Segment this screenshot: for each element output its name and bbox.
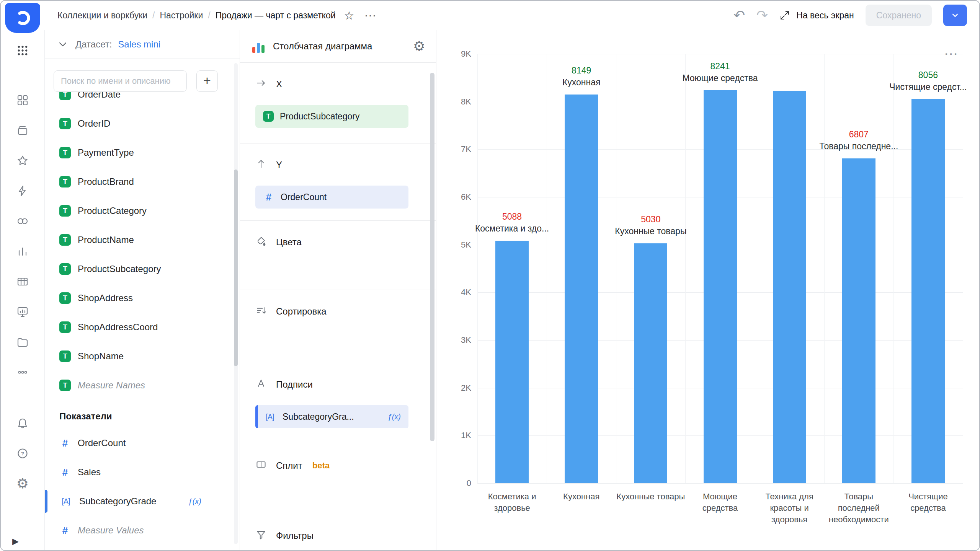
field-row[interactable]: TShopName — [45, 342, 240, 371]
selected-indicator — [45, 490, 47, 513]
field-name: Measure Names — [78, 380, 145, 391]
dataset-name-link[interactable]: Sales mini — [118, 39, 160, 50]
dimension-type-icon: T — [59, 147, 71, 158]
y-axis-tick: 8K — [461, 97, 471, 107]
rail-icon-widgets[interactable] — [1, 85, 44, 115]
bucket-icon — [255, 235, 267, 249]
dataset-header[interactable]: Датасет: Sales mini — [45, 30, 240, 59]
field-row[interactable]: [A]SubcategoryGradeƒ(x) — [45, 487, 240, 516]
field-row[interactable]: TShopAddress — [45, 284, 240, 313]
breadcrumb-item[interactable]: Продажи — чарт с разметкой — [216, 10, 336, 21]
breadcrumb-item[interactable]: Коллекции и воркбуки — [57, 10, 147, 21]
add-field-button[interactable]: + — [196, 70, 218, 92]
rail-icon-settings[interactable]: ⚙ — [1, 468, 44, 499]
rail-icon-editor[interactable] — [1, 176, 44, 206]
column-chart-type-icon[interactable] — [252, 40, 265, 53]
field-row[interactable]: #OrderCount — [45, 429, 240, 458]
field-name: ProductSubcategory — [78, 264, 161, 274]
undo-icon[interactable]: ↶ — [733, 7, 745, 23]
field-search-input[interactable] — [54, 70, 187, 92]
apps-grid-icon[interactable] — [1, 42, 44, 59]
field-row[interactable]: TMeasure Names — [45, 371, 240, 400]
breadcrumb-item[interactable]: Настройки — [160, 10, 203, 21]
bar[interactable] — [565, 95, 598, 483]
field-row[interactable]: TPaymentType — [45, 138, 240, 167]
bar[interactable] — [704, 90, 737, 483]
v-gridline — [616, 54, 616, 483]
rail-icon-help[interactable]: ? — [1, 438, 44, 468]
section-label: Сплит — [276, 460, 302, 471]
funnel-icon — [255, 529, 267, 543]
bar[interactable] — [495, 241, 529, 483]
fullscreen-button[interactable]: На весь экран — [779, 10, 854, 21]
bar[interactable] — [773, 91, 806, 483]
chart-type-title[interactable]: Столбчатая диаграмма — [273, 41, 405, 52]
x-axis-labels: Косметика и здоровьеКухоннаяКухонные тов… — [477, 491, 963, 525]
field-row[interactable]: TProductBrand — [45, 167, 240, 196]
measure-type-icon: # — [59, 437, 71, 449]
rail-icon-dashboards[interactable] — [1, 297, 44, 327]
field-row[interactable]: TProductCategory — [45, 196, 240, 225]
rail-icon-more[interactable] — [1, 357, 44, 387]
dataset-label: Датасет: — [75, 39, 112, 50]
field-row[interactable]: TShopAddressCoord — [45, 313, 240, 342]
field-chip[interactable]: [A]SubcategoryGra...ƒ(x) — [255, 405, 408, 428]
dimension-type-icon: T — [263, 111, 274, 122]
bar[interactable] — [911, 99, 945, 483]
field-name: PaymentType — [78, 147, 134, 158]
field-row[interactable]: #Sales — [45, 458, 240, 487]
field-chip[interactable]: TProductSubcategory — [255, 105, 408, 128]
rail-icon-collections[interactable] — [1, 115, 44, 145]
dimension-type-icon: T — [59, 263, 71, 275]
bar[interactable] — [842, 158, 875, 483]
more-menu-icon[interactable]: ⋯ — [364, 8, 377, 23]
config-section-y: Y#OrderCount — [240, 143, 436, 221]
chip-label: SubcategoryGra... — [283, 412, 354, 422]
sort-icon — [255, 305, 267, 318]
rail-icon-favorites[interactable] — [1, 145, 44, 176]
section-label: Y — [276, 160, 282, 170]
y-axis-tick: 1K — [461, 430, 471, 440]
save-dropdown-button[interactable] — [943, 5, 967, 26]
config-section-filters: Фильтры — [240, 514, 436, 551]
config-section-split: Сплитbeta — [240, 444, 436, 514]
breadcrumb-separator: / — [208, 10, 210, 21]
v-gridline — [824, 54, 825, 483]
redo-icon[interactable]: ↷ — [756, 7, 768, 23]
chart-settings-gear-icon[interactable]: ⚙ — [413, 39, 425, 53]
dimension-type-icon: T — [59, 234, 71, 246]
config-section-x: XTProductSubcategory — [240, 63, 436, 143]
svg-text:?: ? — [21, 451, 24, 456]
saved-button[interactable]: Сохранено — [866, 5, 932, 26]
rail-icon-audience[interactable] — [1, 206, 44, 236]
favorite-star-icon[interactable]: ☆ — [344, 9, 354, 22]
rail-collapse-button[interactable]: ▶ — [12, 536, 19, 546]
x-axis-label: Кухонная — [547, 491, 616, 525]
v-gridline — [477, 54, 478, 483]
field-row[interactable]: TOrderID — [45, 109, 240, 138]
field-row[interactable]: TOrderDate — [45, 92, 240, 109]
config-section-colors: Цвета — [240, 221, 436, 290]
datalens-logo[interactable] — [5, 3, 40, 33]
logo-swirl-icon — [14, 10, 31, 26]
fx-icon: ƒ(x) — [188, 497, 201, 506]
rail-icon-charts[interactable] — [1, 236, 44, 266]
field-chip[interactable]: #OrderCount — [255, 186, 408, 209]
measure-type-icon: # — [263, 191, 274, 203]
field-name: OrderCount — [78, 438, 126, 448]
rail-icon-storage[interactable] — [1, 327, 44, 357]
field-row[interactable]: TProductName — [45, 225, 240, 254]
expand-icon — [779, 10, 790, 21]
bar-label: 6807Товары последне... — [819, 129, 898, 152]
bar[interactable] — [634, 243, 667, 483]
field-row[interactable]: TProductSubcategory — [45, 254, 240, 284]
dataset-scrollbar[interactable] — [234, 170, 238, 366]
config-scrollbar[interactable] — [430, 73, 434, 441]
rail-icon-tables[interactable] — [1, 266, 44, 297]
v-gridline — [685, 54, 686, 483]
chevron-down-icon — [56, 38, 69, 51]
h-gridline — [477, 54, 963, 54]
field-name: ProductCategory — [78, 205, 147, 216]
field-row[interactable]: #Measure Values — [45, 516, 240, 545]
rail-icon-notifications[interactable] — [1, 408, 44, 438]
